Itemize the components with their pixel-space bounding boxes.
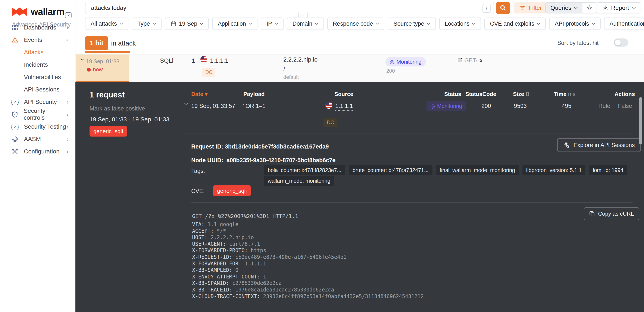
tag-chip: final_wallarm_mode: monitoring bbox=[436, 165, 519, 175]
sidebar-item-api-security[interactable]: {✓} API Security › bbox=[0, 96, 75, 108]
filter-chip-application[interactable]: Application bbox=[212, 18, 258, 30]
sort-by-latest-toggle[interactable] bbox=[614, 38, 628, 46]
favorite-star-icon[interactable]: ☆ bbox=[582, 3, 596, 13]
column-header-size[interactable]: Size B bbox=[513, 91, 530, 99]
sidebar-item-label: Events bbox=[24, 36, 42, 44]
search-button[interactable] bbox=[496, 2, 510, 14]
sidebar-item-vulnerabilities[interactable]: Vulnerabilities bbox=[0, 71, 75, 83]
monitoring-mode-badge: ◎Monitoring bbox=[386, 57, 426, 66]
sidebar-item-label: Security Testing bbox=[24, 123, 66, 130]
chevron-down-icon bbox=[200, 23, 203, 25]
request-status-code: 200 bbox=[470, 103, 491, 110]
request-date: 19 Sep, 01:33:57 bbox=[191, 103, 235, 110]
security-testing-icon: {✓} bbox=[11, 124, 19, 130]
sidebar-item-api-sessions[interactable]: API Sessions bbox=[0, 83, 75, 96]
copy-as-curl-button[interactable]: Copy as cURL bbox=[584, 207, 639, 220]
search-input[interactable] bbox=[86, 2, 494, 14]
copy-icon bbox=[589, 211, 595, 217]
http-header: ACCEPT: */* bbox=[192, 228, 424, 234]
attack-date-cell[interactable]: 19 Sep, 01:33 now bbox=[76, 54, 129, 83]
report-button[interactable]: Report bbox=[596, 2, 642, 14]
tags-row: bola_counter: i:478:f82823e7... brute_co… bbox=[264, 165, 627, 175]
sidebar-item-label: AASM bbox=[24, 136, 41, 142]
attack-application: default bbox=[283, 74, 299, 80]
sidebar-item-security-testing[interactable]: {✓} Security Testing › bbox=[0, 120, 75, 133]
endpoint-icon bbox=[457, 57, 463, 63]
sidebar-item-security-controls[interactable]: Security controls › bbox=[0, 108, 75, 120]
collapse-row-icon[interactable] bbox=[80, 58, 84, 61]
hits-context-label: in attack bbox=[111, 40, 136, 47]
us-flag-icon bbox=[326, 102, 332, 109]
column-header-status[interactable]: Status bbox=[444, 91, 461, 98]
column-header-actions[interactable]: Actions bbox=[614, 91, 635, 99]
sidebar-item-configuration[interactable]: Configuration › bbox=[0, 145, 75, 158]
sidebar-item-dashboards[interactable]: Dashboards › bbox=[0, 21, 75, 34]
sidebar-item-incidents[interactable]: Incidents bbox=[0, 58, 75, 71]
attack-detail-panel: 1 request Mark as false positive 19 Sep,… bbox=[76, 82, 644, 312]
chevron-right-icon: › bbox=[66, 111, 68, 118]
us-flag-icon bbox=[200, 56, 207, 63]
filter-chip-cve-exploits[interactable]: CVE and exploits bbox=[484, 18, 546, 30]
sidebar-nav: Dashboards › Events › Attacks Incidents bbox=[0, 21, 75, 158]
attack-source-ip[interactable]: 1.1.1.1 bbox=[210, 57, 228, 64]
filter-chip-domain[interactable]: Domain bbox=[287, 18, 324, 30]
filter-chip-date[interactable]: 19 Sep bbox=[165, 18, 209, 30]
hits-count-badge: 1 hit bbox=[85, 36, 108, 50]
search-icon bbox=[499, 4, 506, 12]
column-header-source[interactable]: Source bbox=[334, 91, 353, 98]
explore-api-sessions-button[interactable]: Explore in API Sessions bbox=[557, 138, 641, 152]
filter-chip-api-protocols[interactable]: API protocols bbox=[549, 18, 601, 30]
false-action-link[interactable]: False bbox=[618, 103, 632, 110]
attack-date: 19 Sep, 01:33 bbox=[86, 58, 120, 64]
mark-false-positive-link[interactable]: Mark as false positive bbox=[90, 105, 145, 112]
tag-chip: wallarm_mode: monitoring bbox=[264, 176, 334, 186]
request-size: 9593 bbox=[495, 103, 527, 110]
attack-domain: 2.2.2.2.nip.io bbox=[283, 56, 318, 63]
request-count: 1 request bbox=[90, 90, 125, 99]
filter-chip-all-attacks[interactable]: All attacks bbox=[85, 18, 128, 30]
filters-collapse-handle[interactable] bbox=[298, 12, 308, 18]
filter-chip-response-code[interactable]: Response code bbox=[327, 18, 384, 30]
filter-chip-type[interactable]: Type bbox=[132, 18, 162, 30]
method-separator: › bbox=[476, 57, 477, 64]
http-header: HOST: 2.2.2.2.nip.io bbox=[192, 234, 424, 241]
filter-chip-locations[interactable]: Locations bbox=[439, 18, 481, 30]
sidebar-collapse-icon[interactable] bbox=[64, 11, 72, 20]
column-header-date[interactable]: Date ▾ bbox=[191, 91, 208, 98]
chevron-down-icon bbox=[274, 23, 278, 25]
chevron-down-icon bbox=[574, 6, 578, 9]
expand-request-icon[interactable] bbox=[184, 102, 188, 105]
queries-group: Queries ☆ bbox=[545, 2, 597, 14]
column-header-statuscode[interactable]: StatusCode bbox=[465, 91, 496, 98]
download-icon bbox=[602, 5, 608, 11]
filter-chip-ip[interactable]: IP bbox=[261, 18, 284, 30]
attack-time-range: 19 Sep, 01:33 - 19 Sep, 01:33 bbox=[90, 116, 170, 123]
dashboards-icon bbox=[11, 24, 19, 31]
filter-chip-authentication[interactable]: Authentication bbox=[604, 18, 644, 30]
aasm-icon bbox=[11, 136, 19, 142]
chevron-down-icon bbox=[427, 23, 430, 25]
column-header-payload[interactable]: Payload bbox=[243, 91, 265, 98]
shield-icon bbox=[11, 111, 18, 118]
recency-dot-icon bbox=[87, 68, 91, 72]
filter-chip-source-type[interactable]: Source type bbox=[388, 18, 436, 30]
column-header-time[interactable]: Time ms bbox=[554, 91, 576, 99]
active-tab-indicator bbox=[85, 51, 130, 53]
request-source-ip[interactable]: 1.1.1.1 bbox=[335, 103, 353, 111]
node-uuid-line: Node UUID: a08b235f-9a38-4210-8707-5bcf8… bbox=[191, 157, 336, 164]
monitoring-eye-icon: ◎ bbox=[430, 103, 435, 109]
wallarm-logo bbox=[12, 6, 27, 17]
sidebar-item-attacks[interactable]: Attacks bbox=[0, 46, 75, 58]
queries-dropdown[interactable]: Queries bbox=[546, 3, 582, 13]
filter-button[interactable]: Filter bbox=[514, 2, 548, 14]
panel-scrollbar-thumb[interactable] bbox=[639, 97, 642, 144]
sidebar-item-label: Dashboards bbox=[24, 24, 56, 31]
filter-chip-row: All attacks Type 19 Sep Application IP D… bbox=[85, 18, 644, 30]
wallarm-console: wallarm Advanced API Security Dashboards… bbox=[0, 0, 644, 312]
sidebar-item-events[interactable]: Events › bbox=[0, 34, 75, 46]
attack-path: / bbox=[283, 66, 285, 73]
filter-icon bbox=[520, 5, 526, 11]
attack-row[interactable]: 19 Sep, 01:33 now SQLi 1 1.1.1.1 DC 2.2.… bbox=[76, 54, 644, 82]
sidebar-item-aasm[interactable]: AASM › bbox=[0, 133, 75, 145]
rule-action-link[interactable]: Rule bbox=[598, 103, 610, 110]
